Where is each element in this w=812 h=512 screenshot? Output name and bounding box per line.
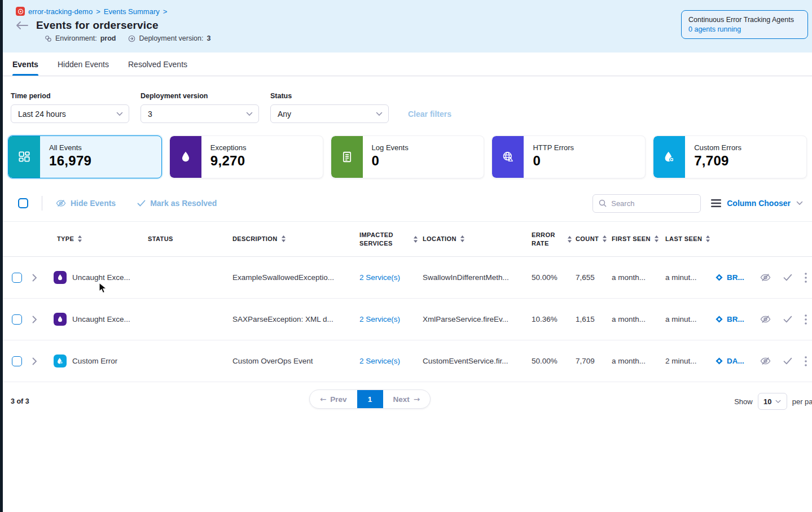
row-checkbox[interactable] <box>12 356 22 366</box>
agents-running-link[interactable]: 0 agents running <box>688 25 801 33</box>
card-log-events[interactable]: Log Events 0 <box>331 135 485 178</box>
table-row[interactable]: Uncaught Exce... SAXParseException: XML … <box>3 299 812 340</box>
prev-page-button[interactable]: ← Prev <box>310 390 357 408</box>
chevron-down-icon <box>775 400 781 404</box>
environment-value: prod <box>100 34 116 42</box>
impacted-services-link[interactable]: 2 Service(s) <box>359 357 423 365</box>
resolve-event-icon[interactable] <box>783 274 792 281</box>
pager: ← Prev 1 Next → <box>309 390 431 409</box>
hide-event-icon[interactable] <box>760 357 771 365</box>
event-description: Custom OverOps Event <box>232 357 359 365</box>
event-location: XmlParseService.fireEv... <box>423 315 532 323</box>
clear-filters-button[interactable]: Clear filters <box>408 110 451 119</box>
impacted-services-link[interactable]: 2 Service(s) <box>359 315 423 323</box>
card-label: Custom Errors <box>694 143 741 152</box>
card-label: HTTP Errors <box>533 143 574 152</box>
tab-events[interactable]: Events <box>12 52 38 76</box>
agents-status-card[interactable]: Continuous Error Tracking Agents 0 agent… <box>681 10 808 39</box>
ticket-link[interactable]: BR... <box>715 315 760 323</box>
deployment-meta: Deployment version: 3 <box>128 34 210 42</box>
column-chooser-button[interactable]: Column Chooser <box>711 199 803 208</box>
resolve-event-icon[interactable] <box>783 357 792 365</box>
card-all-events[interactable]: All Events 16,979 <box>8 135 162 178</box>
event-location: CustomEventService.fir... <box>423 357 532 365</box>
row-checkbox[interactable] <box>12 273 22 283</box>
globe-icon <box>492 136 524 178</box>
arrow-left-icon: ← <box>320 395 326 404</box>
sort-icon <box>413 236 418 243</box>
error-rate: 50.00% <box>532 357 576 365</box>
breadcrumb-separator: > <box>96 7 100 16</box>
card-http-errors[interactable]: HTTP Errors 0 <box>491 135 646 178</box>
chevron-down-icon <box>796 201 803 205</box>
page-title: Events for orderservice <box>36 19 159 32</box>
pagination-bar: 3 of 3 ← Prev 1 Next → Show 10 per page <box>3 384 812 418</box>
deployment-version-label: Deployment version <box>141 92 259 100</box>
kebab-menu-icon[interactable] <box>805 314 807 325</box>
column-header-first-seen[interactable]: FIRST SEEN <box>612 235 665 243</box>
breadcrumb-separator: > <box>163 7 168 16</box>
resolve-event-icon[interactable] <box>783 316 792 323</box>
breadcrumb-project-link[interactable]: error-tracking-demo <box>28 7 93 16</box>
first-seen: a month... <box>612 273 665 282</box>
chevron-right-icon[interactable] <box>32 316 49 323</box>
chevron-right-icon[interactable] <box>32 274 49 282</box>
card-value: 0 <box>533 153 574 169</box>
time-period-value: Last 24 hours <box>18 110 66 119</box>
search-input[interactable] <box>611 199 690 208</box>
column-header-description[interactable]: DESCRIPTION <box>232 235 359 243</box>
event-description: ExampleSwallowedExceptio... <box>232 273 359 282</box>
column-header-impacted-services[interactable]: IMPACTED SERVICES <box>359 231 423 247</box>
hide-events-button[interactable]: Hide Events <box>56 199 116 208</box>
events-page: error-tracking-demo > Events Summary > E… <box>3 0 812 418</box>
ticket-link[interactable]: DA... <box>715 357 760 365</box>
tab-hidden-events[interactable]: Hidden Events <box>58 52 109 76</box>
search-box[interactable] <box>592 194 701 213</box>
kebab-menu-icon[interactable] <box>805 356 807 366</box>
next-page-button[interactable]: Next → <box>383 390 431 408</box>
table-header: TYPE STATUS DESCRIPTION IMPACTED SERVICE… <box>3 221 812 257</box>
mark-resolved-button[interactable]: Mark as Resolved <box>137 199 217 208</box>
check-icon <box>137 200 146 207</box>
page-size-select[interactable]: 10 <box>758 393 787 410</box>
time-period-select[interactable]: Last 24 hours <box>11 104 129 123</box>
kebab-menu-icon[interactable] <box>805 273 807 283</box>
deployment-version-select[interactable]: 3 <box>141 104 259 123</box>
last-seen: 2 minut... <box>665 357 715 365</box>
column-header-type[interactable]: TYPE <box>49 235 148 243</box>
sort-icon <box>567 236 572 243</box>
column-header-last-seen[interactable]: LAST SEEN <box>665 235 715 243</box>
diamond-icon <box>715 357 723 365</box>
breadcrumb-section-link[interactable]: Events Summary <box>104 7 160 16</box>
sort-icon <box>460 235 465 242</box>
status-label: Status <box>270 92 389 100</box>
hide-event-icon[interactable] <box>760 273 771 282</box>
last-seen: a minut... <box>665 273 715 282</box>
tab-resolved-events[interactable]: Resolved Events <box>128 52 187 76</box>
hide-event-icon[interactable] <box>760 315 771 323</box>
column-header-status[interactable]: STATUS <box>148 235 232 243</box>
status-select[interactable]: Any <box>270 104 389 123</box>
column-header-error-rate[interactable]: ERROR RATE <box>532 231 576 247</box>
back-arrow-icon[interactable] <box>16 21 28 29</box>
impacted-services-link[interactable]: 2 Service(s) <box>359 273 423 282</box>
row-count-summary: 3 of 3 <box>11 397 29 405</box>
chevron-down-icon <box>376 112 383 116</box>
card-custom-errors[interactable]: Custom Errors 7,709 <box>653 135 807 178</box>
table-row[interactable]: Custom Error Custom OverOps Event 2 Serv… <box>3 340 812 382</box>
chevron-right-icon[interactable] <box>32 357 49 365</box>
environment-meta: Environment: prod <box>45 34 116 42</box>
card-exceptions[interactable]: Exceptions 9,270 <box>169 135 323 178</box>
column-chooser-label: Column Chooser <box>727 199 791 208</box>
column-header-count[interactable]: COUNT <box>576 235 612 243</box>
row-checkbox[interactable] <box>12 314 22 325</box>
ticket-link[interactable]: BR... <box>715 273 760 282</box>
sort-icon <box>281 235 286 242</box>
page-number-button[interactable]: 1 <box>357 390 383 408</box>
select-all-checkbox[interactable] <box>18 198 28 208</box>
table-row[interactable]: Uncaught Exce... ExampleSwallowedExcepti… <box>3 257 812 299</box>
event-count: 7,655 <box>576 273 612 282</box>
flame-icon <box>170 136 201 178</box>
column-header-location[interactable]: LOCATION <box>423 235 532 243</box>
event-description: SAXParseException: XML d... <box>232 315 359 323</box>
